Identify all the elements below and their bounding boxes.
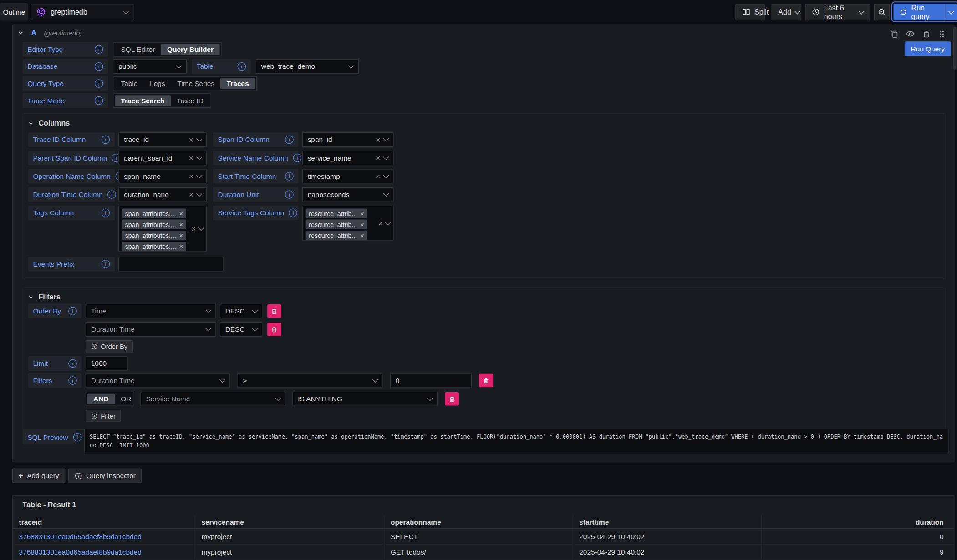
start-time-column-select[interactable]: timestamp× bbox=[302, 169, 394, 183]
operation-name-column-select[interactable]: span_name× bbox=[118, 169, 207, 183]
order-by-field-select[interactable]: Time bbox=[86, 304, 216, 318]
collapse-chevron-icon[interactable] bbox=[18, 30, 24, 36]
info-icon[interactable]: i bbox=[95, 62, 103, 71]
query-type-table-option[interactable]: Table bbox=[115, 78, 144, 89]
clear-icon[interactable]: × bbox=[376, 154, 380, 162]
delete-order-by-button-2[interactable] bbox=[267, 323, 281, 336]
delete-filter-button-2[interactable] bbox=[445, 392, 459, 405]
remove-tag-icon[interactable]: × bbox=[179, 221, 183, 228]
columns-section-title[interactable]: Columns bbox=[28, 119, 70, 127]
trace-id-link[interactable]: 3768831301ea0d65adaef8b9da1cbded bbox=[19, 533, 142, 540]
clear-icon[interactable]: × bbox=[376, 172, 380, 180]
info-icon[interactable]: i bbox=[95, 45, 103, 54]
sql-editor-option[interactable]: SQL Editor bbox=[115, 44, 161, 55]
filter-operator-select-2[interactable]: IS ANYTHING bbox=[292, 392, 438, 406]
outline-button[interactable]: Outline bbox=[0, 3, 28, 21]
duplicate-query-icon[interactable] bbox=[890, 30, 899, 38]
filters-section-title[interactable]: Filters bbox=[28, 293, 61, 301]
order-by-direction-select[interactable]: DESC bbox=[220, 304, 263, 318]
info-icon[interactable]: i bbox=[68, 359, 77, 368]
info-icon[interactable]: i bbox=[285, 136, 294, 144]
add-order-by-button[interactable]: Order By bbox=[86, 340, 133, 353]
info-icon[interactable]: i bbox=[68, 376, 77, 385]
query-type-logs-option[interactable]: Logs bbox=[144, 78, 171, 89]
clear-icon[interactable]: × bbox=[189, 136, 193, 143]
info-icon[interactable]: i bbox=[285, 172, 294, 181]
duration-unit-select[interactable]: nanoseconds bbox=[302, 187, 394, 202]
service-name-column-select[interactable]: service_name× bbox=[302, 151, 394, 165]
trace-id-column-select[interactable]: trace_id× bbox=[118, 132, 207, 147]
header-duration[interactable]: duration bbox=[762, 515, 954, 528]
remove-tag-icon[interactable]: × bbox=[360, 221, 364, 228]
add-filter-button[interactable]: Filter bbox=[86, 410, 121, 422]
delete-query-trash-icon[interactable] bbox=[922, 30, 931, 38]
info-icon[interactable]: i bbox=[102, 136, 110, 144]
run-query-button-editor[interactable]: Run Query bbox=[905, 41, 951, 56]
order-by-direction-select-2[interactable]: DESC bbox=[220, 322, 263, 337]
add-query-button[interactable]: + Add query bbox=[12, 469, 65, 483]
trace-id-option[interactable]: Trace ID bbox=[171, 95, 209, 106]
header-operationname[interactable]: operationname bbox=[385, 515, 573, 528]
remove-tag-icon[interactable]: × bbox=[179, 210, 183, 217]
span-id-column-select[interactable]: span_id× bbox=[302, 132, 394, 147]
time-range-picker[interactable]: Last 6 hours bbox=[805, 4, 870, 20]
trace-search-option[interactable]: Trace Search bbox=[115, 95, 171, 106]
delete-order-by-button[interactable] bbox=[267, 304, 281, 318]
parent-span-id-column-select[interactable]: parent_span_id× bbox=[118, 151, 207, 165]
info-icon[interactable]: i bbox=[102, 208, 110, 217]
database-select[interactable]: public bbox=[113, 59, 187, 74]
duration-time-column-select[interactable]: duration_nano× bbox=[118, 187, 207, 202]
trace-id-link[interactable]: 3768831301ea0d65adaef8b9da1cbded bbox=[19, 548, 142, 555]
query-type-traces-option[interactable]: Traces bbox=[220, 78, 255, 89]
events-prefix-input[interactable] bbox=[118, 257, 224, 271]
clear-icon[interactable]: × bbox=[189, 172, 193, 180]
query-type-timeseries-option[interactable]: Time Series bbox=[171, 78, 220, 89]
filter-field-select-2[interactable]: Service Name bbox=[140, 392, 285, 406]
info-icon[interactable]: i bbox=[285, 190, 294, 199]
clear-all-icon[interactable]: × bbox=[191, 225, 196, 232]
info-icon[interactable]: i bbox=[289, 208, 298, 217]
run-query-button[interactable]: Run query bbox=[894, 4, 945, 20]
info-icon[interactable]: i bbox=[102, 260, 110, 268]
filter-field-select[interactable]: Duration Time bbox=[86, 373, 230, 388]
query-ref-id[interactable]: A bbox=[31, 29, 36, 37]
service-tags-column-multiselect[interactable]: resource_attrib...× resource_attrib...× … bbox=[302, 206, 394, 241]
limit-input[interactable]: 1000 bbox=[86, 356, 128, 371]
info-icon[interactable]: i bbox=[95, 79, 103, 88]
remove-tag-icon[interactable]: × bbox=[179, 232, 183, 239]
hide-query-eye-icon[interactable] bbox=[906, 29, 915, 38]
info-icon[interactable]: i bbox=[107, 190, 116, 199]
info-icon[interactable]: i bbox=[68, 307, 77, 315]
order-by-field-select-2[interactable]: Duration Time bbox=[86, 322, 216, 337]
run-query-options-button[interactable] bbox=[945, 4, 957, 20]
filter-value-input[interactable]: 0 bbox=[390, 373, 472, 388]
datasource-picker[interactable]: greptimedb bbox=[31, 4, 134, 20]
split-button[interactable]: Split bbox=[735, 4, 764, 20]
clear-icon[interactable]: × bbox=[189, 154, 193, 162]
and-option[interactable]: AND bbox=[87, 394, 115, 404]
info-icon[interactable]: i bbox=[237, 62, 246, 71]
remove-tag-icon[interactable]: × bbox=[360, 210, 364, 217]
clear-all-icon[interactable]: × bbox=[378, 219, 382, 227]
or-option[interactable]: OR bbox=[115, 394, 137, 404]
delete-filter-button[interactable] bbox=[479, 374, 493, 387]
info-icon[interactable]: i bbox=[95, 96, 103, 105]
info-icon[interactable]: i bbox=[73, 433, 81, 442]
header-traceid[interactable]: traceid bbox=[13, 515, 195, 528]
table-select[interactable]: web_trace_demo bbox=[256, 59, 359, 74]
clear-icon[interactable]: × bbox=[189, 191, 193, 198]
header-servicename[interactable]: servicename bbox=[195, 515, 385, 528]
query-inspector-button[interactable]: Query inspector bbox=[68, 469, 142, 483]
remove-tag-icon[interactable]: × bbox=[360, 232, 364, 239]
info-icon[interactable]: i bbox=[293, 154, 302, 162]
scrollbar-thumb[interactable] bbox=[953, 27, 956, 70]
zoom-out-button[interactable] bbox=[874, 4, 890, 20]
clear-icon[interactable]: × bbox=[376, 136, 380, 143]
add-button[interactable]: Add bbox=[772, 4, 802, 20]
filter-operator-select[interactable]: > bbox=[237, 373, 382, 388]
drag-handle-icon[interactable] bbox=[938, 30, 946, 38]
remove-tag-icon[interactable]: × bbox=[179, 243, 183, 250]
header-starttime[interactable]: starttime bbox=[573, 515, 762, 528]
query-builder-option[interactable]: Query Builder bbox=[161, 44, 220, 55]
tags-column-multiselect[interactable]: span_attributes....× span_attributes....… bbox=[118, 206, 207, 252]
